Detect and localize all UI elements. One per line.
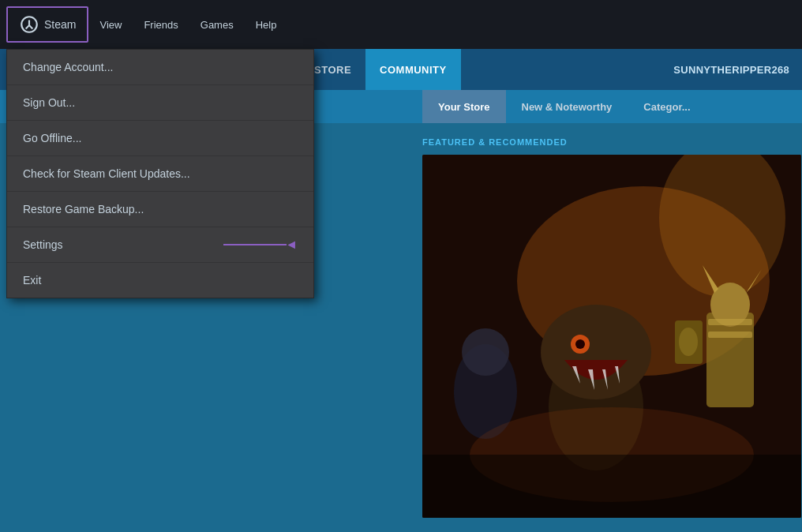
new-noteworthy-subtab[interactable]: New & Noteworthy — [506, 90, 628, 123]
svg-point-16 — [679, 328, 698, 356]
steam-menu-button[interactable]: Steam — [6, 6, 88, 43]
categories-subtab[interactable]: Categor... — [628, 90, 706, 123]
settings-arrow-indicator: ◄ — [223, 238, 298, 252]
svg-point-4 — [541, 305, 651, 399]
sign-out-item[interactable]: Sign Out... — [7, 85, 313, 121]
settings-item[interactable]: Settings ◄ — [7, 227, 313, 263]
friends-menu[interactable]: Friends — [133, 0, 189, 49]
game-art-svg — [422, 155, 801, 518]
check-updates-item[interactable]: Check for Steam Client Updates... — [7, 156, 313, 192]
svg-rect-13 — [708, 319, 752, 325]
featured-image: ❮ — [422, 155, 801, 518]
restore-backup-item[interactable]: Restore Game Backup... — [7, 192, 313, 227]
steam-label: Steam — [44, 18, 76, 31]
menu-bar: Steam View Friends Games Help — [0, 0, 802, 49]
svg-rect-20 — [422, 455, 801, 518]
go-offline-item[interactable]: Go Offline... — [7, 121, 313, 156]
arrow-line — [223, 244, 287, 245]
svg-point-10 — [575, 339, 585, 349]
exit-item[interactable]: Exit — [7, 263, 313, 298]
help-menu[interactable]: Help — [245, 0, 288, 49]
view-menu[interactable]: View — [88, 0, 133, 49]
nav-tabs: STORE COMMUNITY — [300, 49, 461, 90]
steam-dropdown-menu: Change Account... Sign Out... Go Offline… — [6, 49, 314, 298]
svg-rect-14 — [708, 332, 752, 338]
steam-logo-icon — [19, 14, 39, 35]
arrow-head-icon: ◄ — [285, 238, 298, 252]
svg-point-18 — [462, 328, 509, 376]
your-store-subtab[interactable]: Your Store — [422, 90, 506, 123]
username-nav[interactable]: SUNNYTHERIPPER268 — [673, 64, 802, 76]
change-account-item[interactable]: Change Account... — [7, 50, 313, 85]
featured-label: FEATURED & RECOMMENDED — [422, 137, 802, 147]
games-menu[interactable]: Games — [189, 0, 245, 49]
community-tab[interactable]: COMMUNITY — [365, 49, 461, 90]
